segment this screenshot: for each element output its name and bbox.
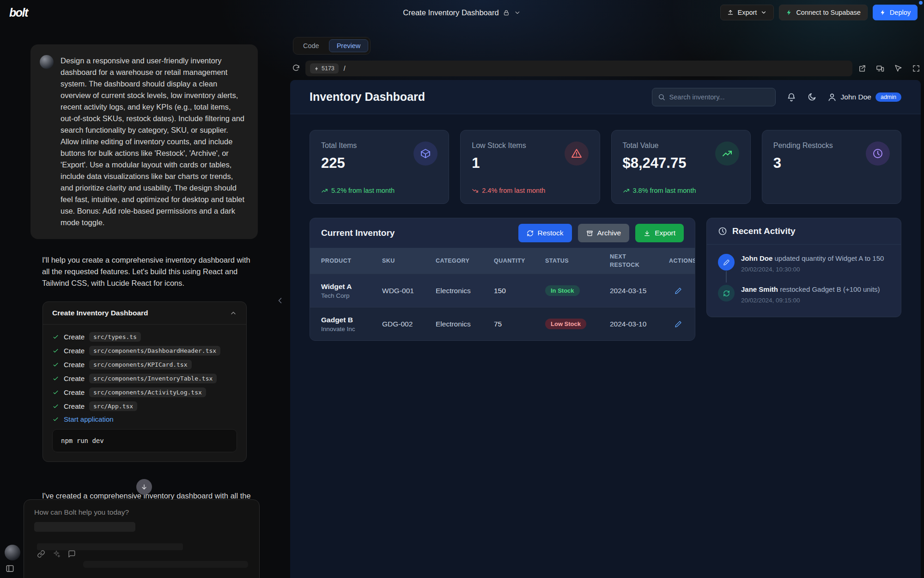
recent-activity-card: Recent Activity John Doe updated quantit… [706,218,901,317]
start-application-link[interactable]: Start application [64,415,114,423]
kpi-trend: 2.4% from last month [472,187,545,194]
restock-activity-icon [718,285,735,301]
faded-suggestion [37,543,183,550]
product-name: Widget A [321,283,382,291]
deploy-label: Deploy [890,9,911,16]
bell-icon[interactable] [787,92,796,102]
export-button[interactable]: Export [720,5,774,20]
archive-label: Archive [597,229,621,237]
restock-label: Restock [538,229,564,237]
profile-avatar[interactable] [5,545,20,560]
restock-button[interactable]: Restock [518,224,572,242]
url-field[interactable]: 5173 / [305,61,852,76]
supplier-name: Innovate Inc [321,326,382,332]
column-header: ACTIONS [669,258,695,264]
check-icon [52,375,59,382]
user-prompt-text: Design a responsive and user-friendly in… [61,55,246,228]
restock-date-cell: 2024-03-10 [610,320,669,328]
chat-input[interactable] [34,508,237,521]
file-chip[interactable]: src/components/KPICard.tsx [89,360,192,369]
refresh-icon [527,230,534,237]
kpi-card-total-items: Total Items 225 5.2% from last month [310,130,449,204]
plan-step: Create src/components/DashboardHeader.ts… [52,346,237,356]
bolt-logo[interactable]: bolt [9,6,28,19]
fullscreen-icon[interactable] [912,64,920,73]
supabase-label: Connect to Supabase [796,9,860,16]
kpi-trend: 3.8% from last month [623,187,696,194]
notification-dot [919,1,923,5]
sku-cell: GDG-002 [382,320,436,328]
archive-button[interactable]: Archive [578,224,630,242]
status-cell: Low Stock [545,319,610,329]
activity-text: restocked Gadget B (+100 units) [780,285,880,293]
scroll-to-bottom-button[interactable] [136,479,152,495]
edit-icon[interactable] [669,287,687,295]
dashboard-body: Total Items 225 5.2% from last month Low… [290,114,921,357]
edit-activity-icon [718,254,735,271]
tab-code[interactable]: Code [295,39,327,52]
chat-input-box[interactable] [24,499,260,578]
chat-mode-icon[interactable] [67,550,76,558]
port-zap-icon [314,66,319,71]
file-chip[interactable]: src/components/InventoryTable.tsx [89,374,217,383]
category-cell: Electronics [436,320,494,328]
topbar: bolt Create Inventory Dashboard Export C… [0,0,924,25]
deploy-button[interactable]: Deploy [873,5,918,20]
plan-step-start: Start application [52,415,237,423]
inspector-icon[interactable] [894,64,902,73]
chevron-up-icon[interactable] [230,309,237,317]
quantity-cell[interactable]: 150 [494,287,545,295]
check-icon [52,416,59,423]
lock-icon [503,9,510,16]
collapse-chat-chevron[interactable] [275,296,285,305]
enhance-prompt-icon[interactable] [52,550,61,558]
kpi-grid: Total Items 225 5.2% from last month Low… [310,130,901,204]
file-chip[interactable]: src/App.tsx [89,401,137,411]
step-action: Create [64,388,85,396]
file-chip[interactable]: src/types.ts [89,332,141,342]
assistant-intro-text: I'll help you create a comprehensive inv… [42,254,258,289]
search-input[interactable] [669,93,770,101]
table-header-row: PRODUCT SKU CATEGORY QUANTITY STATUS NEX… [310,248,695,274]
activity-header: Recent Activity [707,218,901,245]
tab-preview[interactable]: Preview [329,39,369,52]
bulk-actions: Restock Archive Export [518,224,684,242]
column-header: PRODUCT [321,258,382,264]
quantity-cell[interactable]: 75 [494,320,545,328]
step-action: Create [64,402,85,410]
faded-hint-bar [83,561,248,568]
column-header: NEXT RESTOCK [610,252,647,269]
project-title-menu[interactable]: Create Inventory Dashboard [403,8,521,17]
table-row: Gadget B Innovate Inc GDG-002 Electronic… [310,307,695,340]
file-chip[interactable]: src/components/DashboardHeader.tsx [89,346,220,356]
check-icon [52,361,59,368]
sidebar-toggle-icon[interactable] [6,564,14,573]
activity-title: Recent Activity [732,226,796,236]
plan-card-header[interactable]: Create Inventory Dashboard [43,302,246,325]
clock-icon [866,141,890,166]
edit-icon[interactable] [669,320,687,328]
reload-icon[interactable] [292,64,300,73]
file-chip[interactable]: src/components/ActivityLog.tsx [89,387,206,397]
connect-supabase-button[interactable]: Connect to Supabase [779,5,867,20]
dark-mode-toggle-icon[interactable] [807,92,816,102]
content-row: Current Inventory Restock Archive [310,218,901,341]
plan-step: Create src/types.ts [52,332,237,342]
preview-browser-bar: 5173 / [292,59,920,78]
open-external-icon[interactable] [858,64,866,73]
status-cell: In Stock [545,285,610,296]
activity-content: Jane Smith restocked Gadget B (+100 unit… [741,285,880,304]
attach-link-icon[interactable] [37,550,45,558]
product-cell: Widget A Tech Corp [321,283,382,299]
inventory-title: Current Inventory [321,228,395,238]
user-icon [827,92,837,102]
export-inventory-button[interactable]: Export [635,224,684,242]
upload-icon [727,9,734,16]
device-preview-icon[interactable] [876,64,884,73]
package-icon [413,141,438,166]
alert-triangle-icon [565,141,589,166]
table-row: Widget A Tech Corp WDG-001 Electronics 1… [310,274,695,307]
sku-cell: WDG-001 [382,287,436,295]
user-menu[interactable]: John Doe admin [827,92,901,102]
trend-down-icon [472,187,479,194]
